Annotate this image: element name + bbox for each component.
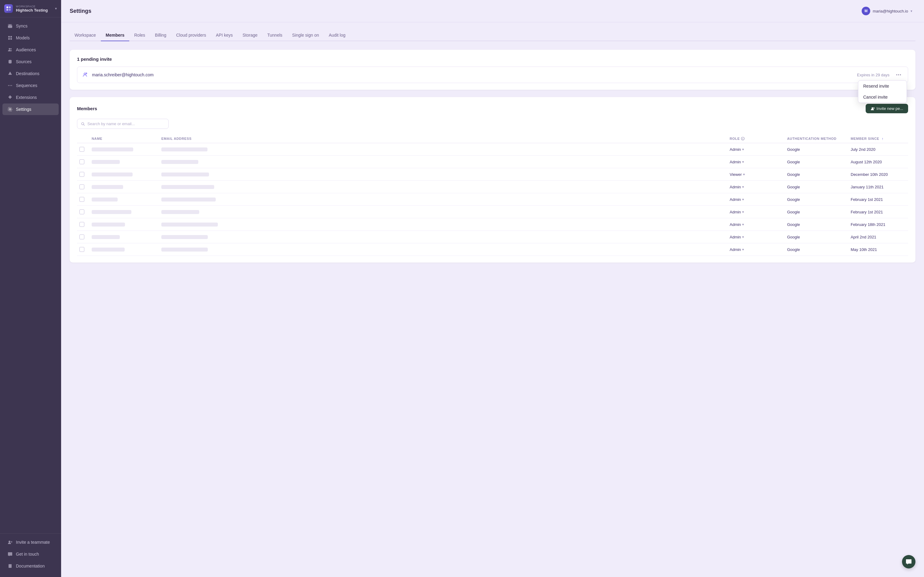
row-auth: Google (787, 185, 848, 189)
row-member-since: February 1st 2021 (851, 197, 906, 202)
tab-api-keys[interactable]: API keys (211, 30, 237, 41)
tab-roles[interactable]: Roles (129, 30, 150, 41)
sidebar-item-sequences[interactable]: Sequences (2, 80, 59, 91)
row-role: Admin ▾ (730, 197, 785, 202)
invite-new-person-button[interactable]: Invite new pe... (866, 104, 908, 113)
th-member-since[interactable]: MEMBER SINCE ↑ (851, 137, 906, 140)
role-select[interactable]: Admin ▾ (730, 235, 785, 239)
row-member-since: January 11th 2021 (851, 185, 906, 189)
role-select[interactable]: Admin ▾ (730, 197, 785, 202)
sequences-icon (7, 83, 13, 88)
row-role: Admin ▾ (730, 210, 785, 214)
sidebar-item-syncs[interactable]: Syncs (2, 20, 59, 32)
tab-members[interactable]: Members (101, 30, 129, 41)
resend-invite-option[interactable]: Resend invite (858, 81, 906, 92)
sidebar-item-extensions[interactable]: Extensions (2, 92, 59, 103)
row-role: Admin ▾ (730, 235, 785, 239)
sidebar-item-get-in-touch[interactable]: Get in touch (2, 548, 59, 560)
chat-button[interactable] (902, 555, 916, 569)
th-role[interactable]: ROLE i (730, 137, 785, 140)
svg-point-15 (84, 73, 86, 75)
row-checkbox[interactable] (79, 172, 89, 177)
role-select[interactable]: Admin ▾ (730, 210, 785, 214)
role-select[interactable]: Admin ▾ (730, 247, 785, 252)
sidebar-item-invite-teammate[interactable]: Invite a teammate (2, 537, 59, 548)
row-auth: Google (787, 160, 848, 164)
role-select[interactable]: Admin ▾ (730, 185, 785, 189)
tab-single-sign-on[interactable]: Single sign on (287, 30, 324, 41)
invite-dropdown-menu: Resend invite Cancel invite (858, 80, 907, 103)
sidebar-item-settings[interactable]: Settings (2, 103, 59, 115)
row-email (162, 160, 727, 164)
role-select[interactable]: Viewer ▾ (730, 172, 785, 177)
cancel-invite-option[interactable]: Cancel invite (858, 92, 906, 103)
row-auth: Google (787, 222, 848, 227)
tab-tunnels[interactable]: Tunnels (262, 30, 287, 41)
sidebar-item-documentation[interactable]: Documentation (2, 560, 59, 572)
svg-text:i: i (743, 138, 743, 140)
row-checkbox[interactable] (79, 222, 89, 227)
role-select[interactable]: Admin ▾ (730, 160, 785, 164)
tab-cloud-providers[interactable]: Cloud providers (171, 30, 211, 41)
row-auth: Google (787, 247, 848, 252)
row-role: Admin ▾ (730, 222, 785, 227)
sidebar: WORKSPACE Hightech Testing ▾ Syncs (0, 0, 61, 577)
row-name (92, 172, 159, 176)
row-checkbox[interactable] (79, 197, 89, 202)
row-checkbox[interactable] (79, 247, 89, 252)
row-checkbox[interactable] (79, 147, 89, 152)
sidebar-item-models[interactable]: Models (2, 32, 59, 44)
sidebar-item-destinations[interactable]: Destinations (2, 68, 59, 79)
row-checkbox[interactable] (79, 184, 89, 189)
sidebar-item-audiences[interactable]: Audiences (2, 44, 59, 56)
row-auth: Google (787, 172, 848, 177)
row-role: Admin ▾ (730, 247, 785, 252)
tab-billing[interactable]: Billing (150, 30, 171, 41)
tab-workspace[interactable]: Workspace (69, 30, 101, 41)
search-input[interactable] (87, 121, 165, 126)
role-chevron-icon: ▾ (743, 172, 745, 176)
role-select[interactable]: Admin ▾ (730, 147, 785, 152)
svg-rect-2 (6, 9, 8, 11)
row-member-since: May 10th 2021 (851, 247, 906, 252)
role-select[interactable]: Admin ▾ (730, 222, 785, 227)
user-menu[interactable]: M maria@hightouch.io ▾ (859, 5, 916, 17)
audiences-icon (7, 47, 13, 53)
sidebar-documentation-label: Documentation (16, 564, 45, 569)
row-role: Admin ▾ (730, 147, 785, 152)
sidebar-invite-teammate-label: Invite a teammate (16, 540, 50, 545)
tab-audit-log[interactable]: Audit log (324, 30, 350, 41)
members-search-box[interactable] (77, 119, 169, 129)
invite-more-button[interactable] (894, 71, 903, 79)
svg-rect-4 (8, 36, 10, 37)
sidebar-item-destinations-label: Destinations (16, 71, 39, 76)
table-row: Admin ▾ Google February 1st 2021 (77, 206, 908, 218)
models-icon (7, 35, 13, 40)
row-email (162, 185, 727, 189)
table-row: Admin ▾ Google January 11th 2021 (77, 181, 908, 193)
syncs-icon (7, 23, 13, 29)
user-avatar: M (862, 7, 870, 15)
row-auth: Google (787, 210, 848, 214)
row-email (162, 198, 727, 201)
settings-icon (7, 106, 13, 112)
content-area: Workspace Members Roles Billing Cloud pr… (61, 22, 924, 577)
workspace-chevron-icon: ▾ (55, 6, 57, 11)
tab-storage[interactable]: Storage (238, 30, 262, 41)
invite-person-icon (82, 72, 88, 78)
sidebar-item-sources[interactable]: Sources (2, 56, 59, 68)
invite-row: maria.schreiber@hightouch.com Expires in… (77, 66, 908, 83)
workspace-header[interactable]: WORKSPACE Hightech Testing ▾ (0, 0, 61, 18)
row-email (162, 222, 727, 227)
destinations-icon (7, 71, 13, 76)
row-email (162, 248, 727, 251)
row-name (92, 198, 159, 201)
row-checkbox[interactable] (79, 160, 89, 164)
svg-point-11 (10, 85, 11, 86)
row-checkbox[interactable] (79, 234, 89, 239)
svg-point-19 (871, 107, 873, 109)
row-member-since: February 18th 2021 (851, 222, 906, 227)
row-checkbox[interactable] (79, 210, 89, 214)
row-name (92, 235, 159, 239)
sidebar-item-audiences-label: Audiences (16, 47, 36, 52)
